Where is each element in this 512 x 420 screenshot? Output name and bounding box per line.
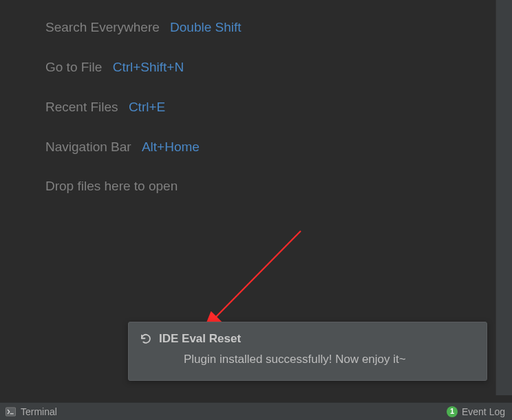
notification-title: IDE Eval Reset [159, 332, 241, 346]
hint-search-everywhere: Search Everywhere Double Shift [45, 19, 495, 36]
hint-label: Go to File [45, 60, 102, 74]
terminal-tool-button[interactable]: Terminal [6, 406, 57, 417]
editor-empty-area: Search Everywhere Double Shift Go to Fil… [0, 0, 495, 395]
event-log-button[interactable]: 1 Event Log [447, 406, 505, 417]
undo-icon [140, 333, 152, 345]
right-gutter [495, 0, 512, 395]
svg-line-1 [206, 231, 301, 327]
hint-shortcut: Ctrl+Shift+N [113, 60, 184, 74]
hint-go-to-file: Go to File Ctrl+Shift+N [45, 59, 495, 76]
hint-shortcut: Double Shift [170, 20, 242, 34]
action-hints: Search Everywhere Double Shift Go to Fil… [0, 0, 495, 194]
terminal-label: Terminal [21, 406, 57, 417]
notification-popup[interactable]: IDE Eval Reset Plugin installed successf… [128, 322, 487, 381]
notification-header: IDE Eval Reset [140, 332, 476, 346]
event-log-label: Event Log [462, 406, 505, 417]
hint-shortcut: Ctrl+E [129, 100, 165, 114]
annotation-arrow [198, 227, 308, 337]
hint-label: Recent Files [45, 100, 118, 114]
status-bar: Terminal 1 Event Log [0, 402, 512, 420]
drop-files-hint[interactable]: Drop files here to open [45, 179, 495, 194]
terminal-icon [6, 407, 16, 417]
hint-label: Navigation Bar [45, 140, 131, 154]
notification-body: Plugin installed successfully! Now enjoy… [140, 353, 476, 366]
hint-navigation-bar: Navigation Bar Alt+Home [45, 139, 495, 155]
svg-rect-2 [6, 407, 15, 415]
hint-recent-files: Recent Files Ctrl+E [45, 99, 495, 115]
hint-label: Search Everywhere [45, 20, 160, 34]
hint-shortcut: Alt+Home [142, 140, 200, 154]
event-count-badge: 1 [447, 406, 458, 417]
